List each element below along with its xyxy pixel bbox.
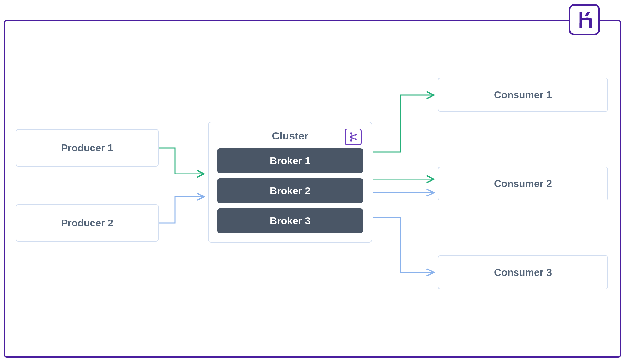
arrow-producer2-cluster <box>159 197 203 223</box>
producer-1-box: Producer 1 <box>16 129 159 167</box>
heroku-logo-icon <box>576 11 593 28</box>
diagram-canvas: Producer 1Producer 2 Consumer 1Consumer … <box>0 0 625 364</box>
consumer-3-box: Consumer 3 <box>438 255 608 289</box>
producer-2-box: Producer 2 <box>16 204 159 242</box>
consumer-1-box: Consumer 1 <box>438 78 608 112</box>
svg-line-7 <box>352 135 355 136</box>
arrow-producer1-cluster <box>159 148 203 174</box>
broker-3-box: Broker 3 <box>217 208 363 233</box>
broker-2-box: Broker 2 <box>217 178 363 203</box>
kafka-icon <box>345 129 362 145</box>
arrow-cluster-consumer3 <box>373 218 433 272</box>
cluster-header: Cluster <box>217 130 363 142</box>
svg-line-8 <box>352 138 355 139</box>
arrow-cluster-consumer1 <box>373 95 433 152</box>
heroku-logo <box>569 4 600 35</box>
cluster-box: Cluster <box>208 122 372 243</box>
broker-1-box: Broker 1 <box>217 148 363 173</box>
cluster-title: Cluster <box>217 130 363 142</box>
consumer-2-box: Consumer 2 <box>438 167 608 200</box>
